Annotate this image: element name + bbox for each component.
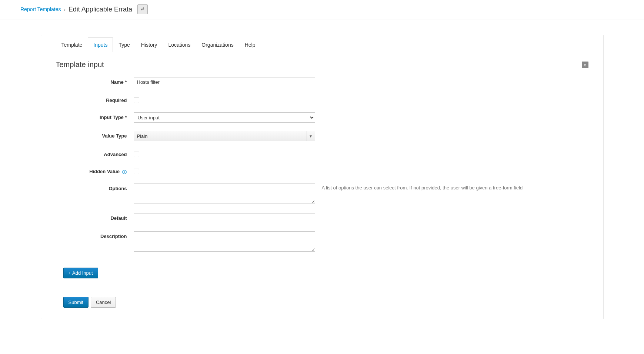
value-type-selected: Plain <box>137 133 148 139</box>
info-icon[interactable] <box>122 169 127 175</box>
label-name: Name * <box>56 77 134 85</box>
breadcrumb: Report Templates › Edit Applicable Errat… <box>0 0 644 20</box>
edit-card: Template Inputs Type History Locations O… <box>41 35 604 319</box>
swap-icon <box>140 6 145 13</box>
label-hidden-value: Hidden Value <box>56 166 134 175</box>
description-textarea[interactable] <box>134 231 315 252</box>
hidden-value-checkbox[interactable] <box>134 169 139 174</box>
name-input[interactable] <box>134 77 315 87</box>
tab-organizations[interactable]: Organizations <box>196 37 239 52</box>
label-description: Description <box>56 231 134 239</box>
chevron-down-icon: ▼ <box>307 131 315 141</box>
label-value-type: Value Type <box>56 131 134 139</box>
input-type-select[interactable]: User input <box>134 112 315 123</box>
submit-button[interactable]: Submit <box>63 297 89 308</box>
label-required: Required <box>56 95 134 103</box>
tabs: Template Inputs Type History Locations O… <box>56 37 588 52</box>
tab-help[interactable]: Help <box>239 37 261 52</box>
breadcrumb-current: Edit Applicable Errata <box>69 6 132 13</box>
label-options: Options <box>56 183 134 191</box>
default-input[interactable] <box>134 213 315 223</box>
tab-template[interactable]: Template <box>56 37 88 52</box>
section-title: Template input <box>56 60 104 69</box>
add-input-button[interactable]: + Add Input <box>63 268 98 278</box>
options-textarea[interactable] <box>134 183 315 204</box>
tab-history[interactable]: History <box>136 37 163 52</box>
remove-input-button[interactable]: x <box>582 62 588 68</box>
label-advanced: Advanced <box>56 149 134 157</box>
options-help-text: A list of options the user can select fr… <box>315 183 588 191</box>
tab-type[interactable]: Type <box>113 37 135 52</box>
cancel-button[interactable]: Cancel <box>91 297 116 308</box>
tab-inputs[interactable]: Inputs <box>88 37 113 52</box>
breadcrumb-separator: › <box>64 7 65 12</box>
tab-locations[interactable]: Locations <box>163 37 196 52</box>
label-input-type: Input Type * <box>56 112 134 120</box>
breadcrumb-link-report-templates[interactable]: Report Templates <box>20 6 61 12</box>
breadcrumb-swap-button[interactable] <box>137 4 148 14</box>
svg-point-2 <box>124 171 124 171</box>
label-default: Default <box>56 213 134 221</box>
value-type-select[interactable]: Plain ▼ <box>134 131 315 141</box>
required-checkbox[interactable] <box>134 97 139 103</box>
advanced-checkbox[interactable] <box>134 152 139 157</box>
